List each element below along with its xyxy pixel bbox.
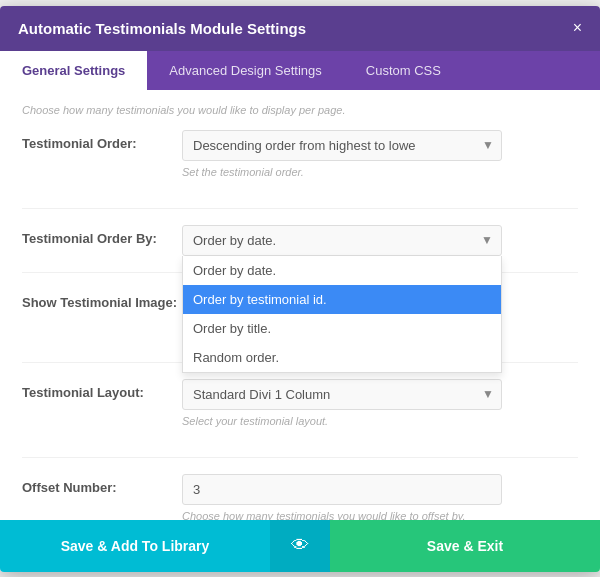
testimonial-layout-control: Standard Divi 1 Column 2 Columns 3 Colum… [182, 379, 578, 441]
save-exit-button[interactable]: Save & Exit [330, 520, 600, 572]
testimonial-order-by-list: Order by date. Order by testimonial id. … [182, 256, 502, 373]
eye-button[interactable]: 👁 [270, 520, 330, 572]
close-button[interactable]: × [573, 20, 582, 36]
testimonial-order-select-wrapper[interactable]: Descending order from highest to lowe As… [182, 130, 502, 161]
testimonial-order-by-display[interactable]: Order by date. ▼ [182, 225, 502, 256]
dropdown-item-random[interactable]: Random order. [183, 343, 501, 372]
eye-icon: 👁 [291, 535, 309, 556]
testimonial-order-hint: Set the testimonial order. [182, 166, 578, 178]
save-add-to-library-button[interactable]: Save & Add To Library [0, 520, 270, 572]
testimonial-order-by-value: Order by date. [193, 233, 276, 248]
offset-number-label: Offset Number: [22, 474, 182, 495]
testimonial-order-control: Descending order from highest to lowe As… [182, 130, 578, 192]
offset-number-input[interactable] [182, 474, 502, 505]
per-page-hint: Choose how many testimonials you would l… [22, 104, 578, 116]
tab-custom-css[interactable]: Custom CSS [344, 51, 463, 90]
tab-general-settings[interactable]: General Settings [0, 51, 147, 90]
modal-footer: Save & Add To Library 👁 Save & Exit [0, 520, 600, 572]
testimonial-order-by-dropdown[interactable]: Order by date. ▼ Order by date. Order by… [182, 225, 502, 256]
testimonial-order-by-row: Testimonial Order By: Order by date. ▼ O… [22, 225, 578, 273]
testimonial-layout-label: Testimonial Layout: [22, 379, 182, 400]
testimonial-layout-hint: Select your testimonial layout. [182, 415, 578, 427]
dropdown-item-id[interactable]: Order by testimonial id. [183, 285, 501, 314]
tabs-bar: General Settings Advanced Design Setting… [0, 51, 600, 90]
show-testimonial-image-label: Show Testimonial Image: [22, 289, 182, 310]
testimonial-layout-select-wrapper[interactable]: Standard Divi 1 Column 2 Columns 3 Colum… [182, 379, 502, 410]
tab-advanced-design-settings[interactable]: Advanced Design Settings [147, 51, 343, 90]
offset-number-row: Offset Number: Choose how many testimoni… [22, 474, 578, 520]
testimonial-order-select[interactable]: Descending order from highest to lowe As… [182, 130, 502, 161]
modal-title: Automatic Testimonials Module Settings [18, 20, 306, 37]
dropdown-item-date[interactable]: Order by date. [183, 256, 501, 285]
offset-number-control: Choose how many testimonials you would l… [182, 474, 578, 520]
testimonial-order-row: Testimonial Order: Descending order from… [22, 130, 578, 209]
testimonial-layout-select[interactable]: Standard Divi 1 Column 2 Columns 3 Colum… [182, 379, 502, 410]
offset-number-hint: Choose how many testimonials you would l… [182, 510, 578, 520]
dropdown-item-title[interactable]: Order by title. [183, 314, 501, 343]
testimonial-order-label: Testimonial Order: [22, 130, 182, 151]
modal-header: Automatic Testimonials Module Settings × [0, 6, 600, 51]
testimonial-order-by-label: Testimonial Order By: [22, 225, 182, 246]
dropdown-arrow-icon: ▼ [481, 233, 493, 247]
settings-content: Choose how many testimonials you would l… [0, 90, 600, 520]
modal-container: Automatic Testimonials Module Settings ×… [0, 6, 600, 572]
testimonial-layout-row: Testimonial Layout: Standard Divi 1 Colu… [22, 379, 578, 458]
testimonial-order-by-control: Order by date. ▼ Order by date. Order by… [182, 225, 578, 256]
